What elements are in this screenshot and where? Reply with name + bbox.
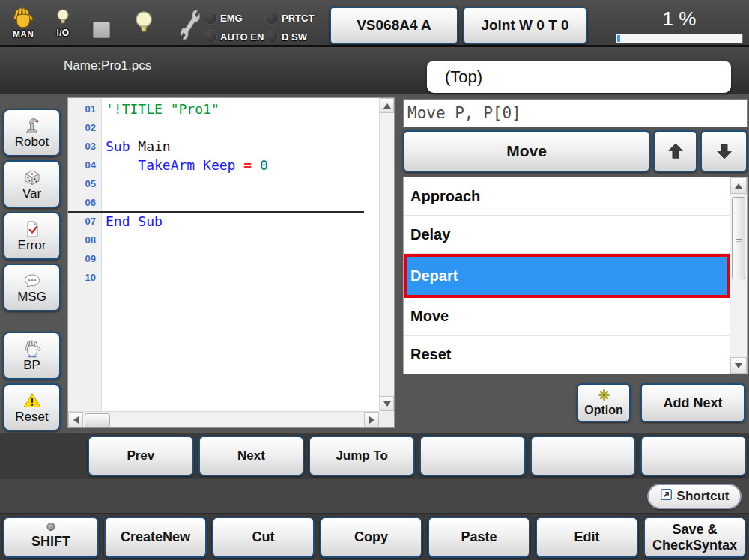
code-line bbox=[106, 174, 379, 193]
indicator-column-right: PRTCTD SW bbox=[265, 10, 314, 48]
sidebar-button-label: Var bbox=[22, 186, 41, 201]
move-down-button[interactable] bbox=[700, 130, 748, 172]
command-preview-input[interactable]: Move P, P[0] bbox=[403, 99, 748, 127]
sidebar-button-var[interactable]: Var bbox=[3, 160, 61, 208]
scroll-down-button[interactable] bbox=[380, 396, 394, 411]
bottom-button-paste[interactable]: Paste bbox=[428, 517, 530, 558]
triangle-down-icon bbox=[735, 363, 742, 368]
command-list-scrollbar[interactable] bbox=[730, 177, 747, 374]
editor-vertical-scrollbar[interactable] bbox=[379, 98, 394, 411]
code-segment: Sub bbox=[106, 139, 138, 154]
top-status-bar: MAN I/O EMGAUTO EN PRTCTD SW VS068A4 A J… bbox=[0, 0, 749, 47]
command-item-reset[interactable]: Reset bbox=[404, 336, 730, 374]
bottom-button-copy[interactable]: Copy bbox=[320, 517, 422, 558]
program-title-bar: Name:Pro1.pcs (Top) bbox=[0, 47, 749, 94]
shift-indicator-light bbox=[47, 523, 55, 531]
code-editor[interactable]: 01020304050607080910 '!TITLE "Pro1"Sub M… bbox=[67, 97, 395, 428]
code-line: '!TITLE "Pro1" bbox=[106, 100, 379, 118]
sidebar-button-robot[interactable]: Robot bbox=[3, 109, 61, 156]
hand-icon bbox=[22, 339, 42, 359]
command-item-move[interactable]: Move bbox=[404, 298, 730, 336]
line-number: 05 bbox=[68, 174, 101, 193]
command-item-depart[interactable]: Depart bbox=[404, 254, 730, 297]
command-item-approach[interactable]: Approach bbox=[404, 177, 730, 216]
bottom-button-label: Cut bbox=[252, 529, 275, 544]
code-line: End Sub bbox=[106, 212, 379, 231]
arrow-up-icon bbox=[665, 141, 686, 162]
bottom-button-cut[interactable]: Cut bbox=[212, 517, 315, 558]
code-line bbox=[106, 268, 379, 287]
option-button[interactable]: Option bbox=[577, 383, 631, 422]
gear-icon bbox=[598, 389, 610, 404]
indicator-prtct: PRTCT bbox=[265, 10, 314, 25]
joint-coordinate-mode-button[interactable]: Joint W 0 T 0 bbox=[463, 7, 587, 44]
sidebar-button-msg[interactable]: MSG bbox=[3, 264, 61, 311]
sidebar-button-label: BP bbox=[23, 358, 40, 373]
speed-percent-label: 1 % bbox=[616, 4, 743, 34]
manual-mode-button[interactable]: MAN bbox=[10, 7, 36, 40]
cursor-position-divider bbox=[68, 211, 364, 213]
nav-button-blank-4[interactable] bbox=[419, 436, 526, 476]
code-line bbox=[106, 231, 379, 249]
horizontal-scroll-thumb[interactable] bbox=[85, 413, 110, 427]
io-label: I/O bbox=[57, 28, 70, 38]
move-up-button[interactable] bbox=[653, 130, 697, 172]
sidebar-button-label: Error bbox=[18, 238, 46, 253]
triangle-left-icon bbox=[73, 416, 79, 424]
hierarchy-display: (Top) bbox=[427, 61, 731, 93]
indicator-d-sw: D SW bbox=[265, 29, 314, 44]
stop-square-icon[interactable] bbox=[93, 22, 110, 38]
command-category-button[interactable]: Move bbox=[403, 130, 650, 172]
command-item-label: Delay bbox=[410, 226, 450, 243]
scroll-down-button[interactable] bbox=[730, 357, 747, 374]
shortcut-icon bbox=[660, 488, 673, 505]
bottom-button-label: Edit bbox=[574, 529, 600, 544]
indicator-lamp-icon bbox=[265, 30, 279, 43]
io-monitor-button[interactable]: I/O bbox=[54, 7, 72, 38]
bottom-button-createnew[interactable]: CreateNew bbox=[104, 517, 207, 558]
code-segment: TakeArm Keep bbox=[106, 157, 243, 173]
bottom-button-label: Save & CheckSyntax bbox=[652, 522, 737, 553]
command-item-delay[interactable]: Delay bbox=[404, 216, 730, 254]
maintenance-wrench-icon[interactable] bbox=[178, 8, 201, 43]
lamp-button[interactable] bbox=[132, 10, 156, 39]
robot-model-button[interactable]: VS068A4 A bbox=[330, 7, 458, 44]
code-segment: '!TITLE "Pro1" bbox=[106, 101, 219, 117]
shortcut-button[interactable]: Shortcut bbox=[647, 484, 742, 509]
nav-button-next[interactable]: Next bbox=[198, 436, 305, 476]
robot-icon bbox=[22, 116, 42, 136]
bottom-button-edit[interactable]: Edit bbox=[536, 517, 638, 558]
sidebar-button-error[interactable]: Error bbox=[3, 212, 61, 260]
sidebar-button-bp[interactable]: BP bbox=[3, 332, 61, 380]
nav-button-blank-5[interactable] bbox=[530, 436, 637, 476]
command-item-label: Approach bbox=[410, 188, 480, 205]
indicator-label: AUTO EN bbox=[220, 31, 264, 43]
man-hand-icon bbox=[10, 7, 36, 31]
bottom-button-shift[interactable]: SHIFT bbox=[3, 517, 99, 558]
shortcut-row: Shortcut bbox=[0, 479, 749, 514]
bottom-button-label: Paste bbox=[461, 529, 497, 544]
vertical-scroll-thumb[interactable] bbox=[732, 197, 745, 279]
command-items: ApproachDelayDepartMoveReset bbox=[404, 177, 730, 374]
nav-button-blank-6[interactable] bbox=[640, 436, 747, 476]
line-number: 03 bbox=[68, 137, 101, 156]
scroll-up-button[interactable] bbox=[380, 98, 394, 113]
code-line bbox=[106, 249, 379, 268]
program-name-label: Name:Pro1.pcs bbox=[64, 58, 151, 73]
scroll-up-button[interactable] bbox=[730, 177, 747, 194]
sidebar-button-reset[interactable]: Reset bbox=[3, 383, 61, 431]
nav-button-prev[interactable]: Prev bbox=[88, 436, 194, 476]
scroll-left-button[interactable] bbox=[68, 412, 83, 427]
scroll-right-button[interactable] bbox=[364, 412, 379, 427]
speed-progress-bar bbox=[616, 34, 743, 43]
command-item-label: Depart bbox=[410, 267, 458, 284]
nav-button-jump-to[interactable]: Jump To bbox=[309, 436, 415, 476]
sidebar-button-label: Reset bbox=[15, 410, 48, 424]
code-segment: = bbox=[243, 157, 260, 173]
bottom-button-label: Copy bbox=[354, 529, 388, 544]
bottom-button-label: CreateNew bbox=[121, 529, 190, 544]
add-next-button[interactable]: Add Next bbox=[640, 383, 745, 422]
editor-horizontal-scrollbar[interactable] bbox=[68, 411, 379, 427]
bottom-button-save-checksyntax[interactable]: Save & CheckSyntax bbox=[643, 517, 746, 558]
line-number: 08 bbox=[68, 231, 101, 249]
